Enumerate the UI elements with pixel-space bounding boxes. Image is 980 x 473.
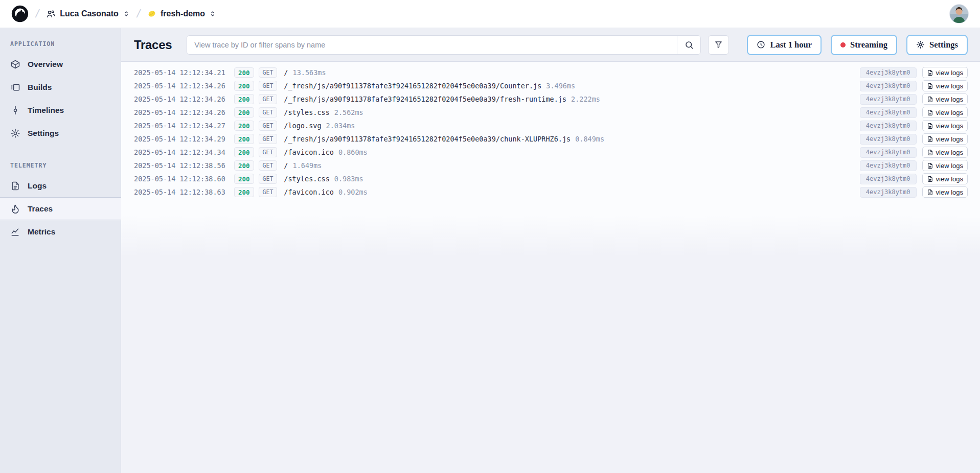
view-logs-button[interactable]: view logs (922, 133, 968, 145)
trace-id-badge: 4evzj3k8ytm0 (860, 187, 917, 198)
trace-timestamp: 2025-05-14 12:12:38.56 (134, 161, 234, 170)
sidebar-item-builds[interactable]: Builds (0, 76, 121, 99)
trace-row[interactable]: 2025-05-14 12:12:34.29 200 GET /_fresh/j… (121, 132, 980, 146)
view-logs-button[interactable]: view logs (922, 147, 968, 158)
trace-path: /favicon.ico (284, 188, 334, 196)
fresh-lemon-icon (147, 9, 156, 18)
file-text-icon (927, 136, 933, 143)
trace-path: /_fresh/js/a90f911378fafe3f9241651282f02… (284, 82, 541, 90)
trace-path: / (284, 161, 288, 170)
org-switcher[interactable]: Luca Casonato (46, 9, 130, 19)
trace-search (187, 35, 701, 55)
trace-row[interactable]: 2025-05-14 12:12:38.56 200 GET / 1.649ms… (121, 159, 980, 172)
filter-button[interactable] (708, 35, 729, 55)
trace-duration: 0.860ms (338, 148, 368, 156)
view-logs-button[interactable]: view logs (922, 67, 968, 78)
trace-row-actions: 4evzj3k8ytm0 view logs (860, 67, 968, 78)
search-button[interactable] (677, 36, 700, 54)
clock-icon (757, 40, 765, 49)
status-badge: 200 (234, 147, 254, 157)
view-logs-button[interactable]: view logs (922, 80, 968, 91)
view-logs-button[interactable]: view logs (922, 186, 968, 198)
trace-duration: 2.562ms (334, 108, 363, 116)
time-range-button[interactable]: Last 1 hour (747, 35, 822, 55)
trace-id-badge: 4evzj3k8ytm0 (860, 134, 917, 145)
view-logs-button[interactable]: view logs (922, 173, 968, 184)
search-icon (685, 40, 694, 50)
trace-duration: 1.649ms (293, 161, 322, 170)
trace-duration: 2.222ms (571, 95, 600, 103)
trace-id-badge: 4evzj3k8ytm0 (860, 94, 917, 105)
trace-id-badge: 4evzj3k8ytm0 (860, 174, 917, 184)
view-logs-button[interactable]: view logs (922, 93, 968, 105)
file-text-icon (927, 189, 933, 196)
view-logs-label: view logs (936, 188, 963, 196)
trace-search-input[interactable] (187, 36, 677, 54)
deno-logo[interactable] (11, 5, 29, 22)
status-badge: 200 (234, 134, 254, 144)
streaming-label: Streaming (850, 40, 887, 50)
trace-path: /_fresh/js/a90f911378fafe3f9241651282f02… (284, 95, 566, 103)
trace-row[interactable]: 2025-05-14 12:12:34.26 200 GET /_fresh/j… (121, 79, 980, 92)
trace-timestamp: 2025-05-14 12:12:34.21 (134, 68, 234, 77)
view-logs-label: view logs (936, 96, 963, 103)
trace-row[interactable]: 2025-05-14 12:12:34.26 200 GET /_fresh/j… (121, 92, 980, 106)
time-range-label: Last 1 hour (770, 40, 812, 50)
method-badge: GET (259, 160, 278, 171)
sidebar-item-traces[interactable]: Traces (0, 197, 121, 220)
trace-duration: 0.902ms (338, 188, 368, 196)
user-avatar[interactable] (949, 4, 969, 23)
method-badge: GET (259, 134, 278, 144)
trace-row[interactable]: 2025-05-14 12:12:34.34 200 GET /favicon.… (121, 146, 980, 159)
sidebar-item-timelines[interactable]: Timelines (0, 99, 121, 122)
trace-timestamp: 2025-05-14 12:12:38.60 (134, 175, 234, 183)
top-bar: / Luca Casonato / fresh-demo (0, 0, 980, 28)
status-badge: 200 (234, 174, 254, 184)
sidebar-item-logs[interactable]: Logs (0, 174, 121, 197)
view-logs-button[interactable]: view logs (922, 160, 968, 171)
view-logs-button[interactable]: view logs (922, 107, 968, 118)
streaming-toggle-button[interactable]: Streaming (831, 35, 897, 55)
trace-row[interactable]: 2025-05-14 12:12:34.27 200 GET /logo.svg… (121, 119, 980, 132)
status-badge: 200 (234, 107, 254, 117)
view-logs-label: view logs (936, 122, 963, 130)
sidebar-item-metrics[interactable]: Metrics (0, 220, 121, 243)
trace-id-badge: 4evzj3k8ytm0 (860, 121, 917, 131)
trace-path: /favicon.ico (284, 148, 334, 156)
trace-row[interactable]: 2025-05-14 12:12:38.63 200 GET /favicon.… (121, 185, 980, 199)
trace-row[interactable]: 2025-05-14 12:12:34.21 200 GET / 13.563m… (121, 66, 980, 79)
trace-path: /styles.css (284, 108, 329, 116)
trace-list: 2025-05-14 12:12:34.21 200 GET / 13.563m… (121, 62, 980, 473)
trace-id-badge: 4evzj3k8ytm0 (860, 147, 917, 158)
trace-timestamp: 2025-05-14 12:12:34.29 (134, 135, 234, 143)
project-switcher[interactable]: fresh-demo (147, 9, 216, 18)
view-logs-button[interactable]: view logs (922, 120, 968, 131)
trace-row[interactable]: 2025-05-14 12:12:34.26 200 GET /styles.c… (121, 106, 980, 119)
trace-duration: 0.849ms (575, 135, 604, 143)
trace-duration: 2.034ms (326, 122, 355, 130)
sidebar-item-settings[interactable]: Settings (0, 122, 121, 145)
view-logs-label: view logs (936, 69, 963, 77)
sidebar-section: APPLICATION Overview Builds Timelines Se… (0, 36, 121, 145)
sidebar-section-label: APPLICATION (0, 36, 121, 53)
cube-icon (10, 59, 20, 69)
view-logs-label: view logs (936, 162, 963, 170)
sidebar: APPLICATION Overview Builds Timelines Se… (0, 28, 121, 473)
file-text-icon (927, 83, 933, 89)
status-badge: 200 (234, 121, 254, 131)
file-text-icon (927, 149, 933, 156)
method-badge: GET (259, 174, 278, 184)
toolbar-actions: Last 1 hour Streaming Settings (747, 35, 968, 55)
org-name: Luca Casonato (60, 9, 119, 18)
trace-id-badge: 4evzj3k8ytm0 (860, 160, 917, 171)
status-badge: 200 (234, 81, 254, 91)
trace-row-actions: 4evzj3k8ytm0 view logs (860, 80, 968, 91)
sidebar-item-overview[interactable]: Overview (0, 53, 121, 76)
file-text-icon (10, 181, 20, 191)
gear-icon (916, 40, 925, 49)
sidebar-section-label: TELEMETRY (0, 158, 121, 174)
trace-row[interactable]: 2025-05-14 12:12:38.60 200 GET /styles.c… (121, 172, 980, 185)
trace-timestamp: 2025-05-14 12:12:34.27 (134, 122, 234, 130)
trace-settings-button[interactable]: Settings (906, 35, 968, 55)
settings-label: Settings (929, 40, 958, 50)
